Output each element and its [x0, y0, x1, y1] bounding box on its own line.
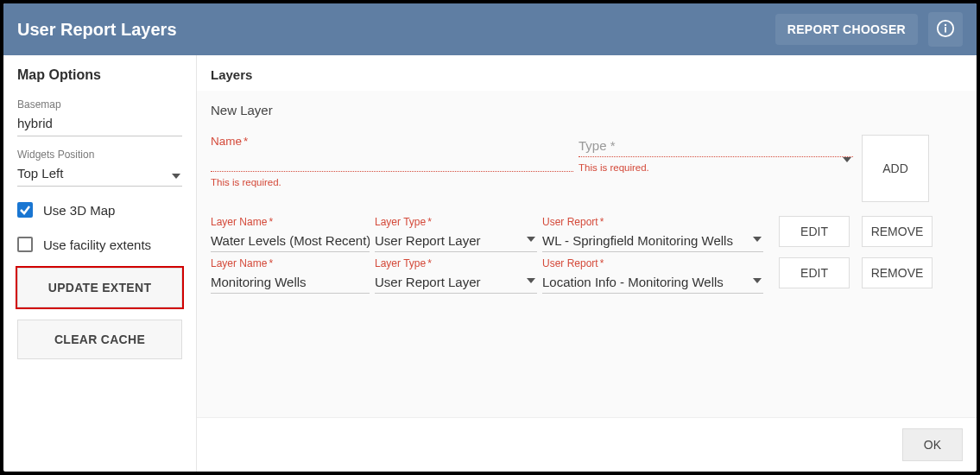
widgets-position-select[interactable] — [17, 162, 182, 187]
layer-row-actions: EDIT REMOVE — [779, 257, 933, 288]
use-facility-extents-row[interactable]: Use facility extents — [17, 233, 182, 256]
dialog-header: User Report Layers REPORT CHOOSER — [3, 3, 977, 55]
user-report-field: User Report* WL - Springfield Monitoring… — [542, 216, 763, 252]
ok-button[interactable]: OK — [902, 428, 963, 461]
new-layer-type-field: Type * This is required. — [579, 135, 853, 173]
use-facility-extents-label: Use facility extents — [43, 238, 151, 252]
add-layer-button[interactable]: ADD — [862, 135, 929, 202]
layer-type-field: Layer Type* User Report Layer — [375, 257, 537, 294]
basemap-field: Basemap — [17, 98, 182, 136]
widgets-position-label: Widgets Position — [17, 149, 182, 161]
user-report-label: User Report* — [542, 216, 763, 228]
user-report-label: User Report* — [542, 257, 763, 269]
layer-row: Layer Name* Layer Type* User Report Laye… — [211, 216, 963, 252]
layer-type-label: Layer Type* — [375, 216, 537, 228]
svg-rect-2 — [945, 27, 946, 32]
layer-type-select[interactable]: User Report Layer — [375, 230, 537, 252]
new-layer-row: Name* This is required. Type * This is r… — [211, 135, 963, 202]
new-layer-name-error: This is required. — [211, 177, 573, 187]
layer-name-field: Layer Name* — [211, 257, 370, 294]
use-3d-map-label: Use 3D Map — [43, 203, 115, 218]
add-button-col: ADD — [862, 135, 931, 202]
new-layer-type-error: This is required. — [579, 162, 853, 173]
dialog: User Report Layers REPORT CHOOSER Map Op… — [3, 3, 977, 472]
main-panel: Layers New Layer Name* This is required.… — [197, 55, 977, 472]
layer-name-label: Layer Name* — [211, 257, 370, 269]
layers-area: New Layer Name* This is required. Type *… — [197, 91, 977, 417]
use-3d-map-row[interactable]: Use 3D Map — [17, 199, 182, 221]
new-layer-name-input[interactable] — [211, 149, 573, 172]
map-options-heading: Map Options — [17, 67, 182, 83]
layer-name-input[interactable] — [211, 230, 370, 252]
widgets-field: Widgets Position — [17, 149, 182, 187]
layer-name-label: Layer Name* — [211, 216, 370, 228]
use-facility-extents-checkbox[interactable] — [17, 237, 33, 252]
clear-cache-button[interactable]: CLEAR CACHE — [17, 320, 182, 359]
info-button[interactable] — [928, 12, 963, 47]
basemap-label: Basemap — [17, 98, 182, 111]
user-report-select[interactable]: WL - Springfield Monitoring Wells — [542, 230, 763, 252]
dialog-title: User Report Layers — [17, 20, 775, 40]
basemap-input[interactable] — [17, 112, 182, 136]
new-layer-name-field: Name* This is required. — [211, 135, 573, 187]
use-3d-map-checkbox[interactable] — [17, 202, 33, 218]
report-chooser-button[interactable]: REPORT CHOOSER — [775, 14, 918, 45]
layer-name-field: Layer Name* — [211, 216, 370, 252]
update-extent-button[interactable]: UPDATE EXTENT — [17, 268, 182, 307]
layer-type-field: Layer Type* User Report Layer — [375, 216, 537, 252]
dialog-body: Map Options Basemap Widgets Position — [3, 55, 977, 472]
sidebar: Map Options Basemap Widgets Position — [3, 55, 197, 472]
user-report-select[interactable]: Location Info - Monitoring Wells — [542, 271, 763, 294]
remove-layer-button[interactable]: REMOVE — [862, 257, 933, 288]
edit-layer-button[interactable]: EDIT — [779, 257, 850, 288]
layers-heading: Layers — [197, 55, 977, 91]
layer-type-select[interactable]: User Report Layer — [375, 271, 537, 294]
remove-layer-button[interactable]: REMOVE — [862, 216, 933, 247]
layer-row-actions: EDIT REMOVE — [779, 216, 933, 247]
new-layer-name-label: Name* — [211, 135, 573, 148]
edit-layer-button[interactable]: EDIT — [779, 216, 850, 247]
new-layer-label: New Layer — [211, 103, 963, 117]
user-report-field: User Report* Location Info - Monitoring … — [542, 257, 763, 294]
info-icon — [936, 19, 955, 41]
layer-name-input[interactable] — [211, 271, 370, 294]
dialog-footer: OK — [197, 417, 977, 472]
layer-row: Layer Name* Layer Type* User Report Laye… — [211, 257, 963, 294]
layer-type-label: Layer Type* — [375, 257, 537, 269]
svg-point-1 — [945, 23, 946, 25]
new-layer-type-select[interactable]: Type * — [579, 135, 853, 157]
